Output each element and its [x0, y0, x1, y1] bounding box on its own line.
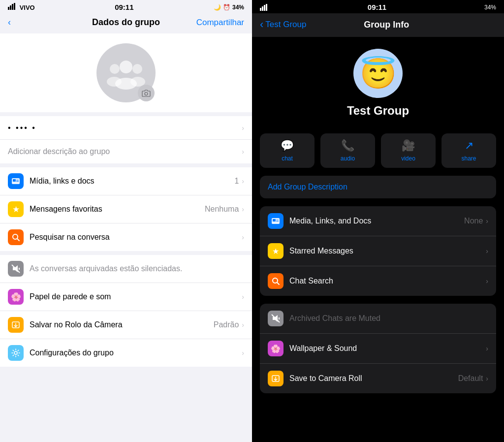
svg-rect-0 [8, 7, 9, 10]
muted-row-right: Archived Chats are Muted [260, 304, 496, 334]
svg-point-21 [14, 351, 17, 354]
share-icon: ↗ [465, 139, 473, 152]
right-list-section-2: Archived Chats are Muted 🌸 Wallpaper & S… [260, 304, 496, 393]
chat-label: chat [282, 155, 293, 162]
chevron-icon: › [242, 177, 244, 185]
muted-row: As conversas arquivadas estão silenciada… [0, 255, 252, 283]
right-header: ‹ Test Group Group Info [252, 13, 504, 37]
camera-roll-label-right: Save to Camera Roll [289, 374, 458, 383]
description-placeholder: Adicionar descrição ao grupo [8, 147, 242, 156]
group-name-section: • ••• • › Adicionar descrição ao grupo › [0, 116, 252, 163]
chevron-icon: › [486, 217, 488, 225]
svg-rect-27 [273, 219, 276, 221]
search-label: Pesquisar na conversa [30, 233, 242, 242]
video-icon: 🎥 [402, 139, 415, 152]
camera-button[interactable] [138, 85, 155, 101]
action-buttons-row: 💬 chat 📞 audio 🎥 video ↗ share [252, 133, 504, 176]
battery-status: 🌙 ⏰ 34% [214, 4, 244, 11]
chat-search-row[interactable]: Chat Search › [260, 266, 496, 296]
wallpaper-row[interactable]: 🌸 Papel de parede e som › [0, 283, 252, 311]
svg-rect-24 [264, 5, 265, 11]
muted-icon-box-right [268, 311, 284, 326]
camera-roll-value: Padrão [214, 320, 239, 329]
chevron-icon: › [486, 277, 488, 285]
carrier-signal: VIVO [8, 3, 35, 11]
description-row[interactable]: Adicionar descrição ao grupo › [0, 140, 252, 163]
group-avatar-wrapper[interactable] [96, 43, 156, 102]
chevron-icon: › [242, 293, 244, 301]
right-page-title: Group Info [277, 20, 496, 30]
time-display: 09:11 [115, 3, 133, 11]
chevron-icon: › [242, 321, 244, 329]
media-links-docs-row-right[interactable]: Media, Links, and Docs None › [260, 206, 496, 236]
wallpaper-icon-box: 🌸 [8, 289, 24, 305]
left-panel: VIVO 09:11 🌙 ⏰ 34% ‹ Dados do grupo Comp… [0, 0, 252, 442]
svg-line-16 [17, 239, 19, 241]
wallpaper-row-right[interactable]: 🌸 Wallpaper & Sound › [260, 334, 496, 364]
starred-icon-box-right: ★ [268, 243, 284, 259]
group-name-display: • ••• • [8, 124, 36, 132]
svg-point-8 [132, 64, 142, 74]
chevron-icon: › [486, 345, 488, 352]
right-content: 😇 Test Group 💬 chat 📞 audio 🎥 video ↗ sh… [252, 37, 504, 442]
group-settings-row[interactable]: Configurações do grupo › [0, 339, 252, 367]
search-row[interactable]: Pesquisar na conversa › [0, 223, 252, 251]
audio-action-button[interactable]: 📞 audio [320, 133, 375, 168]
left-header: ‹ Dados do grupo Compartilhar [0, 13, 252, 33]
group-name-row[interactable]: • ••• • › [0, 116, 252, 140]
starred-count: Nenhuma [205, 205, 239, 214]
search-icon-box [8, 229, 24, 245]
media-links-docs-row[interactable]: Mídia, links e docs 1 › [0, 167, 252, 195]
chevron-icon: › [242, 205, 244, 213]
group-settings-label: Configurações do grupo [30, 348, 242, 357]
right-list-section-1: Media, Links, and Docs None › ★ Starred … [260, 206, 496, 296]
svg-rect-2 [12, 4, 13, 10]
camera-roll-row[interactable]: Salvar no Rolo da Câmera Padrão › [0, 311, 252, 339]
audio-icon: 📞 [341, 139, 354, 152]
svg-line-31 [277, 283, 279, 284]
share-action-button[interactable]: ↗ share [441, 133, 496, 168]
right-group-name: Test Group [347, 104, 409, 118]
wallpaper-label-right: Wallpaper & Sound [289, 344, 486, 353]
share-button[interactable]: Compartilhar [196, 18, 244, 28]
camera-roll-label: Salvar no Rolo da Câmera [30, 320, 214, 329]
svg-rect-23 [262, 6, 263, 11]
group-avatar-section [0, 33, 252, 112]
media-links-docs-label: Mídia, links e docs [30, 177, 234, 186]
muted-label: As conversas arquivadas estão silenciada… [30, 264, 244, 273]
svg-rect-1 [10, 5, 11, 10]
starred-messages-row[interactable]: ★ Mensagens favoritas Nenhuma › [0, 195, 252, 223]
svg-point-4 [120, 61, 132, 73]
muted-label-right: Archived Chats are Muted [289, 314, 488, 323]
camera-roll-row-right[interactable]: Save to Camera Roll Default › [260, 364, 496, 393]
chat-search-label: Chat Search [289, 277, 486, 285]
media-icon-box-right [268, 213, 284, 229]
chat-action-button[interactable]: 💬 chat [260, 133, 315, 168]
video-action-button[interactable]: 🎥 video [381, 133, 436, 168]
media-count: 1 [234, 177, 239, 186]
add-description-section[interactable]: Add Group Description [260, 176, 496, 198]
starred-messages-label: Mensagens favoritas [30, 205, 205, 214]
media-links-docs-label-right: Media, Links, and Docs [289, 217, 464, 225]
watermark-container: Add Group Description Media, Links, and … [252, 176, 504, 393]
camera-roll-icon-box [8, 317, 24, 333]
back-button[interactable]: ‹ [8, 17, 11, 28]
chevron-icon: › [486, 375, 488, 382]
starred-messages-label-right: Starred Messages [289, 247, 486, 255]
wallpaper-label: Papel de parede e som [30, 292, 242, 301]
starred-icon-box: ★ [8, 201, 24, 217]
group-emoji-avatar[interactable]: 😇 [353, 49, 403, 98]
media-icon-box [8, 173, 24, 189]
main-settings-section: Mídia, links e docs 1 › ★ Mensagens favo… [0, 167, 252, 251]
right-time: 09:11 [368, 3, 386, 11]
muted-icon-box [8, 261, 24, 277]
chevron-icon: › [242, 233, 244, 241]
camera-roll-value-right: Default [458, 374, 483, 383]
share-label: share [461, 155, 476, 162]
svg-point-7 [107, 77, 122, 87]
right-carrier [260, 3, 270, 11]
starred-messages-row-right[interactable]: ★ Starred Messages › [260, 236, 496, 266]
svg-rect-22 [260, 8, 261, 11]
right-panel: 09:11 34% ‹ Test Group Group Info 😇 Test… [252, 0, 504, 442]
wallpaper-icon-box-right: 🌸 [268, 341, 284, 356]
